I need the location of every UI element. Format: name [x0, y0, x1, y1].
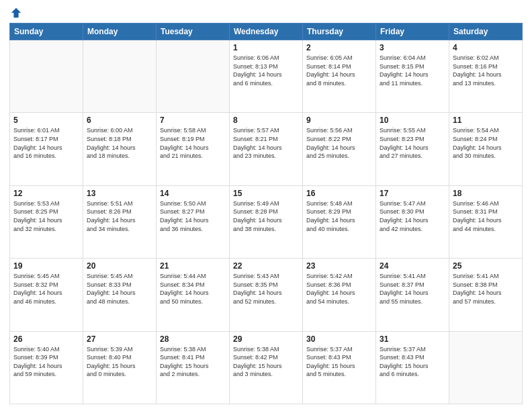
calendar-cell: 20Sunrise: 5:45 AM Sunset: 8:33 PM Dayli… — [83, 259, 157, 331]
calendar-cell: 25Sunrise: 5:41 AM Sunset: 8:38 PM Dayli… — [449, 259, 523, 331]
day-info: Sunrise: 5:48 AM Sunset: 8:29 PM Dayligh… — [306, 199, 372, 233]
day-info: Sunrise: 5:41 AM Sunset: 8:37 PM Dayligh… — [380, 272, 445, 306]
day-number: 2 — [306, 43, 372, 52]
day-number: 29 — [233, 334, 299, 344]
day-info: Sunrise: 6:05 AM Sunset: 8:14 PM Dayligh… — [306, 54, 372, 87]
calendar-cell: 31Sunrise: 5:37 AM Sunset: 8:43 PM Dayli… — [376, 331, 449, 404]
header — [9, 7, 523, 19]
week-row-5: 26Sunrise: 5:40 AM Sunset: 8:39 PM Dayli… — [10, 331, 523, 404]
weekday-thursday: Thursday — [303, 24, 376, 40]
day-number: 28 — [160, 334, 226, 344]
day-number: 23 — [306, 261, 372, 271]
day-info: Sunrise: 5:37 AM Sunset: 8:43 PM Dayligh… — [306, 345, 372, 379]
calendar-cell: 3Sunrise: 6:04 AM Sunset: 8:15 PM Daylig… — [376, 40, 449, 113]
weekday-saturday: Saturday — [449, 24, 523, 40]
svg-marker-0 — [11, 8, 21, 17]
calendar-cell: 8Sunrise: 5:57 AM Sunset: 8:21 PM Daylig… — [230, 113, 303, 185]
day-number: 16 — [306, 189, 372, 198]
calendar-cell: 26Sunrise: 5:40 AM Sunset: 8:39 PM Dayli… — [10, 331, 83, 404]
calendar-cell: 22Sunrise: 5:43 AM Sunset: 8:35 PM Dayli… — [230, 259, 303, 331]
calendar-cell: 30Sunrise: 5:37 AM Sunset: 8:43 PM Dayli… — [303, 331, 376, 404]
calendar-cell: 29Sunrise: 5:38 AM Sunset: 8:42 PM Dayli… — [230, 331, 303, 404]
day-info: Sunrise: 5:50 AM Sunset: 8:27 PM Dayligh… — [160, 199, 226, 233]
day-number: 20 — [87, 261, 152, 271]
page: SundayMondayTuesdayWednesdayThursdayFrid… — [0, 0, 532, 411]
day-number: 9 — [306, 116, 372, 125]
day-number: 26 — [13, 334, 79, 344]
calendar-cell: 1Sunrise: 6:06 AM Sunset: 8:13 PM Daylig… — [230, 40, 303, 113]
week-row-1: 1Sunrise: 6:06 AM Sunset: 8:13 PM Daylig… — [10, 40, 523, 113]
day-info: Sunrise: 6:04 AM Sunset: 8:15 PM Dayligh… — [380, 54, 445, 87]
calendar-cell: 17Sunrise: 5:47 AM Sunset: 8:30 PM Dayli… — [376, 185, 449, 258]
day-number: 27 — [87, 334, 152, 344]
day-info: Sunrise: 6:06 AM Sunset: 8:13 PM Dayligh… — [233, 54, 299, 87]
calendar-cell: 16Sunrise: 5:48 AM Sunset: 8:29 PM Dayli… — [303, 185, 376, 258]
day-number: 31 — [380, 334, 445, 344]
day-number: 17 — [380, 189, 445, 198]
day-info: Sunrise: 5:45 AM Sunset: 8:32 PM Dayligh… — [13, 272, 79, 306]
day-info: Sunrise: 5:38 AM Sunset: 8:42 PM Dayligh… — [233, 345, 299, 379]
calendar-cell — [157, 40, 230, 113]
day-info: Sunrise: 6:02 AM Sunset: 8:16 PM Dayligh… — [453, 54, 519, 87]
calendar-cell: 11Sunrise: 5:54 AM Sunset: 8:24 PM Dayli… — [449, 113, 523, 185]
day-number: 18 — [453, 189, 519, 198]
day-number: 25 — [453, 261, 519, 271]
day-info: Sunrise: 5:47 AM Sunset: 8:30 PM Dayligh… — [380, 199, 445, 233]
weekday-monday: Monday — [83, 24, 157, 40]
day-info: Sunrise: 5:46 AM Sunset: 8:31 PM Dayligh… — [453, 199, 519, 233]
calendar-cell — [10, 40, 83, 113]
calendar-cell: 10Sunrise: 5:55 AM Sunset: 8:23 PM Dayli… — [376, 113, 449, 185]
logo-icon — [10, 7, 22, 19]
day-number: 11 — [453, 116, 519, 125]
day-info: Sunrise: 5:43 AM Sunset: 8:35 PM Dayligh… — [233, 272, 299, 306]
day-number: 19 — [13, 261, 79, 271]
day-number: 12 — [13, 189, 79, 198]
day-info: Sunrise: 5:37 AM Sunset: 8:43 PM Dayligh… — [380, 345, 445, 379]
day-info: Sunrise: 5:55 AM Sunset: 8:23 PM Dayligh… — [380, 126, 445, 160]
day-info: Sunrise: 5:40 AM Sunset: 8:39 PM Dayligh… — [13, 345, 79, 379]
day-info: Sunrise: 5:44 AM Sunset: 8:34 PM Dayligh… — [160, 272, 226, 306]
calendar-cell: 9Sunrise: 5:56 AM Sunset: 8:22 PM Daylig… — [303, 113, 376, 185]
calendar-cell — [83, 40, 157, 113]
day-info: Sunrise: 5:51 AM Sunset: 8:26 PM Dayligh… — [87, 199, 152, 233]
week-row-2: 5Sunrise: 6:01 AM Sunset: 8:17 PM Daylig… — [10, 113, 523, 185]
calendar-cell: 24Sunrise: 5:41 AM Sunset: 8:37 PM Dayli… — [376, 259, 449, 331]
day-info: Sunrise: 5:58 AM Sunset: 8:19 PM Dayligh… — [160, 126, 226, 160]
day-info: Sunrise: 5:41 AM Sunset: 8:38 PM Dayligh… — [453, 272, 519, 306]
calendar-cell: 15Sunrise: 5:49 AM Sunset: 8:28 PM Dayli… — [230, 185, 303, 258]
day-info: Sunrise: 6:00 AM Sunset: 8:18 PM Dayligh… — [87, 126, 152, 160]
day-number: 14 — [160, 189, 226, 198]
day-number: 10 — [380, 116, 445, 125]
week-row-3: 12Sunrise: 5:53 AM Sunset: 8:25 PM Dayli… — [10, 185, 523, 258]
day-number: 21 — [160, 261, 226, 271]
day-number: 7 — [160, 116, 226, 125]
weekday-sunday: Sunday — [10, 24, 83, 40]
calendar-table: SundayMondayTuesdayWednesdayThursdayFrid… — [9, 23, 523, 404]
day-number: 3 — [380, 43, 445, 52]
calendar-cell: 27Sunrise: 5:39 AM Sunset: 8:40 PM Dayli… — [83, 331, 157, 404]
calendar-cell: 6Sunrise: 6:00 AM Sunset: 8:18 PM Daylig… — [83, 113, 157, 185]
weekday-tuesday: Tuesday — [157, 24, 230, 40]
weekday-friday: Friday — [376, 24, 449, 40]
day-info: Sunrise: 5:54 AM Sunset: 8:24 PM Dayligh… — [453, 126, 519, 160]
calendar-cell: 28Sunrise: 5:38 AM Sunset: 8:41 PM Dayli… — [157, 331, 230, 404]
day-info: Sunrise: 5:56 AM Sunset: 8:22 PM Dayligh… — [306, 126, 372, 160]
calendar-cell: 14Sunrise: 5:50 AM Sunset: 8:27 PM Dayli… — [157, 185, 230, 258]
day-info: Sunrise: 5:57 AM Sunset: 8:21 PM Dayligh… — [233, 126, 299, 160]
day-number: 22 — [233, 261, 299, 271]
day-info: Sunrise: 5:45 AM Sunset: 8:33 PM Dayligh… — [87, 272, 152, 306]
weekday-header-row: SundayMondayTuesdayWednesdayThursdayFrid… — [10, 24, 523, 40]
day-number: 30 — [306, 334, 372, 344]
calendar-cell: 21Sunrise: 5:44 AM Sunset: 8:34 PM Dayli… — [157, 259, 230, 331]
day-number: 15 — [233, 189, 299, 198]
day-info: Sunrise: 5:39 AM Sunset: 8:40 PM Dayligh… — [87, 345, 152, 379]
calendar-cell: 7Sunrise: 5:58 AM Sunset: 8:19 PM Daylig… — [157, 113, 230, 185]
day-info: Sunrise: 6:01 AM Sunset: 8:17 PM Dayligh… — [13, 126, 79, 160]
day-info: Sunrise: 5:49 AM Sunset: 8:28 PM Dayligh… — [233, 199, 299, 233]
calendar-cell: 12Sunrise: 5:53 AM Sunset: 8:25 PM Dayli… — [10, 185, 83, 258]
calendar-cell: 13Sunrise: 5:51 AM Sunset: 8:26 PM Dayli… — [83, 185, 157, 258]
day-number: 4 — [453, 43, 519, 52]
calendar-cell: 19Sunrise: 5:45 AM Sunset: 8:32 PM Dayli… — [10, 259, 83, 331]
calendar-cell: 5Sunrise: 6:01 AM Sunset: 8:17 PM Daylig… — [10, 113, 83, 185]
calendar-cell: 23Sunrise: 5:42 AM Sunset: 8:36 PM Dayli… — [303, 259, 376, 331]
